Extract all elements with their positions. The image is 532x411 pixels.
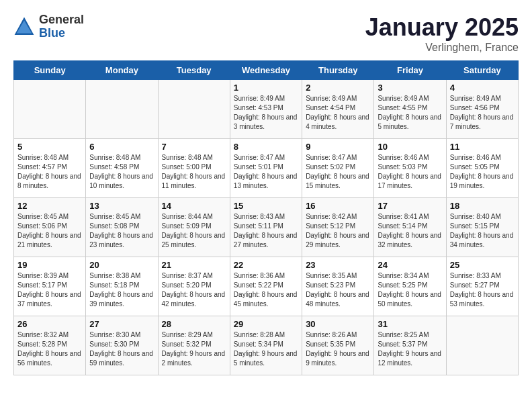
day-number: 6 [89,142,154,152]
calendar-cell: 14Sunrise: 8:44 AMSunset: 5:09 PMDayligh… [158,198,230,257]
day-info: Sunrise: 8:45 AMSunset: 5:06 PMDaylight:… [17,212,82,250]
calendar-week-1: 1Sunrise: 8:49 AMSunset: 4:53 PMDaylight… [14,80,519,139]
day-header-sunday: Sunday [14,61,86,80]
calendar-cell: 24Sunrise: 8:34 AMSunset: 5:25 PMDayligh… [374,257,446,316]
day-number: 13 [89,201,154,211]
calendar-week-2: 5Sunrise: 8:48 AMSunset: 4:57 PMDaylight… [14,139,519,198]
day-info: Sunrise: 8:39 AMSunset: 5:17 PMDaylight:… [17,271,82,309]
calendar-cell: 12Sunrise: 8:45 AMSunset: 5:06 PMDayligh… [14,198,86,257]
calendar-cell: 7Sunrise: 8:48 AMSunset: 5:00 PMDaylight… [158,139,230,198]
calendar-cell: 20Sunrise: 8:38 AMSunset: 5:18 PMDayligh… [86,257,158,316]
calendar-header: SundayMondayTuesdayWednesdayThursdayFrid… [14,61,519,80]
day-info: Sunrise: 8:47 AMSunset: 5:02 PMDaylight:… [306,153,370,191]
day-info: Sunrise: 8:30 AMSunset: 5:30 PMDaylight:… [89,330,154,368]
day-info: Sunrise: 8:48 AMSunset: 5:00 PMDaylight:… [162,153,226,191]
calendar-cell: 15Sunrise: 8:43 AMSunset: 5:11 PMDayligh… [230,198,302,257]
calendar-cell: 28Sunrise: 8:29 AMSunset: 5:32 PMDayligh… [158,316,230,375]
title-block: January 2025 Verlinghem, France [365,13,519,54]
day-info: Sunrise: 8:48 AMSunset: 4:57 PMDaylight:… [17,153,82,191]
day-number: 9 [306,142,370,152]
logo-icon [13,16,35,38]
day-number: 4 [450,83,515,93]
day-number: 15 [234,201,298,211]
calendar-table: SundayMondayTuesdayWednesdayThursdayFrid… [13,60,519,375]
day-info: Sunrise: 8:25 AMSunset: 5:37 PMDaylight:… [378,330,442,368]
day-number: 24 [378,260,442,270]
day-number: 1 [234,83,298,93]
day-info: Sunrise: 8:46 AMSunset: 5:03 PMDaylight:… [378,153,442,191]
calendar-cell: 9Sunrise: 8:47 AMSunset: 5:02 PMDaylight… [302,139,374,198]
day-info: Sunrise: 8:49 AMSunset: 4:54 PMDaylight:… [306,94,370,132]
day-info: Sunrise: 8:49 AMSunset: 4:55 PMDaylight:… [378,94,442,132]
calendar-cell: 25Sunrise: 8:33 AMSunset: 5:27 PMDayligh… [446,257,518,316]
day-number: 27 [89,319,154,329]
day-info: Sunrise: 8:26 AMSunset: 5:35 PMDaylight:… [306,330,370,368]
calendar-cell: 30Sunrise: 8:26 AMSunset: 5:35 PMDayligh… [302,316,374,375]
calendar-cell [86,80,158,139]
day-info: Sunrise: 8:34 AMSunset: 5:25 PMDaylight:… [378,271,442,309]
calendar-cell: 26Sunrise: 8:32 AMSunset: 5:28 PMDayligh… [14,316,86,375]
calendar-cell: 16Sunrise: 8:42 AMSunset: 5:12 PMDayligh… [302,198,374,257]
logo-text: General Blue [39,13,84,40]
day-number: 3 [378,83,442,93]
day-header-wednesday: Wednesday [230,61,302,80]
day-info: Sunrise: 8:49 AMSunset: 4:53 PMDaylight:… [234,94,298,132]
day-info: Sunrise: 8:36 AMSunset: 5:22 PMDaylight:… [234,271,298,309]
calendar-title: January 2025 [365,13,519,42]
day-info: Sunrise: 8:40 AMSunset: 5:15 PMDaylight:… [450,212,515,250]
day-info: Sunrise: 8:48 AMSunset: 4:58 PMDaylight:… [89,153,154,191]
day-number: 7 [162,142,226,152]
day-info: Sunrise: 8:43 AMSunset: 5:11 PMDaylight:… [234,212,298,250]
logo-general-text: General [39,13,84,27]
day-number: 10 [378,142,442,152]
day-number: 31 [378,319,442,329]
calendar-cell: 18Sunrise: 8:40 AMSunset: 5:15 PMDayligh… [446,198,518,257]
calendar-cell: 19Sunrise: 8:39 AMSunset: 5:17 PMDayligh… [14,257,86,316]
calendar-cell: 22Sunrise: 8:36 AMSunset: 5:22 PMDayligh… [230,257,302,316]
calendar-cell: 17Sunrise: 8:41 AMSunset: 5:14 PMDayligh… [374,198,446,257]
logo: General Blue [13,13,84,40]
calendar-cell: 3Sunrise: 8:49 AMSunset: 4:55 PMDaylight… [374,80,446,139]
day-info: Sunrise: 8:29 AMSunset: 5:32 PMDaylight:… [162,330,226,368]
calendar-cell: 5Sunrise: 8:48 AMSunset: 4:57 PMDaylight… [14,139,86,198]
day-info: Sunrise: 8:35 AMSunset: 5:23 PMDaylight:… [306,271,370,309]
day-info: Sunrise: 8:46 AMSunset: 5:05 PMDaylight:… [450,153,515,191]
calendar-cell [446,316,518,375]
calendar-cell: 21Sunrise: 8:37 AMSunset: 5:20 PMDayligh… [158,257,230,316]
day-info: Sunrise: 8:42 AMSunset: 5:12 PMDaylight:… [306,212,370,250]
logo-blue-text: Blue [39,27,84,40]
calendar-cell: 6Sunrise: 8:48 AMSunset: 4:58 PMDaylight… [86,139,158,198]
day-number: 11 [450,142,515,152]
calendar-subtitle: Verlinghem, France [365,42,519,54]
calendar-cell: 23Sunrise: 8:35 AMSunset: 5:23 PMDayligh… [302,257,374,316]
day-number: 8 [234,142,298,152]
day-number: 29 [234,319,298,329]
day-info: Sunrise: 8:41 AMSunset: 5:14 PMDaylight:… [378,212,442,250]
day-number: 17 [378,201,442,211]
day-number: 20 [89,260,154,270]
calendar-cell [158,80,230,139]
calendar-week-5: 26Sunrise: 8:32 AMSunset: 5:28 PMDayligh… [14,316,519,375]
day-number: 12 [17,201,82,211]
day-header-monday: Monday [86,61,158,80]
day-header-thursday: Thursday [302,61,374,80]
day-number: 26 [17,319,82,329]
page-header: General Blue January 2025 Verlinghem, Fr… [13,13,519,54]
day-info: Sunrise: 8:47 AMSunset: 5:01 PMDaylight:… [234,153,298,191]
day-number: 2 [306,83,370,93]
calendar-cell: 1Sunrise: 8:49 AMSunset: 4:53 PMDaylight… [230,80,302,139]
day-info: Sunrise: 8:28 AMSunset: 5:34 PMDaylight:… [234,330,298,368]
day-number: 21 [162,260,226,270]
header-row: SundayMondayTuesdayWednesdayThursdayFrid… [14,61,519,80]
calendar-week-4: 19Sunrise: 8:39 AMSunset: 5:17 PMDayligh… [14,257,519,316]
day-number: 5 [17,142,82,152]
day-header-tuesday: Tuesday [158,61,230,80]
calendar-cell: 4Sunrise: 8:49 AMSunset: 4:56 PMDaylight… [446,80,518,139]
day-number: 19 [17,260,82,270]
calendar-cell: 8Sunrise: 8:47 AMSunset: 5:01 PMDaylight… [230,139,302,198]
calendar-cell: 29Sunrise: 8:28 AMSunset: 5:34 PMDayligh… [230,316,302,375]
day-number: 16 [306,201,370,211]
calendar-cell: 13Sunrise: 8:45 AMSunset: 5:08 PMDayligh… [86,198,158,257]
day-info: Sunrise: 8:37 AMSunset: 5:20 PMDaylight:… [162,271,226,309]
day-number: 22 [234,260,298,270]
